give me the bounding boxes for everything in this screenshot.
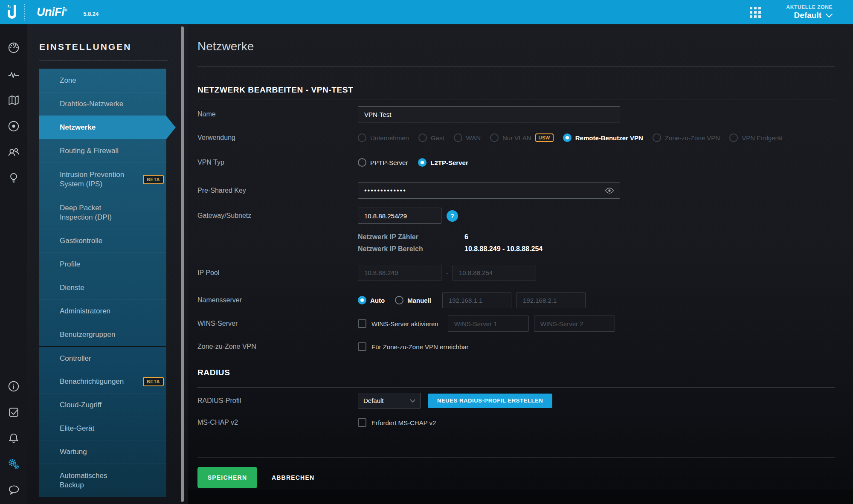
- zone-selector[interactable]: AKTUELLE ZONE Default: [786, 4, 833, 20]
- dns1-input[interactable]: [442, 292, 511, 308]
- radio-icon: [490, 133, 499, 142]
- beta-badge: BETA: [143, 174, 164, 184]
- purpose-option-wan[interactable]: WAN: [454, 133, 481, 142]
- page-title: Netzwerke: [197, 40, 835, 53]
- ubiquiti-logo[interactable]: [0, 0, 24, 24]
- radio-icon: [653, 133, 661, 142]
- insights-icon[interactable]: [7, 171, 20, 184]
- sidebar-item-dienste[interactable]: Dienste: [39, 276, 166, 299]
- sidebar-item-gastkontrolle[interactable]: Gastkontrolle: [39, 229, 166, 252]
- nameserver-auto-radio[interactable]: Auto: [358, 296, 385, 304]
- ip-range-value: 10.8.88.249 - 10.8.88.254: [464, 245, 543, 253]
- zone-label: AKTUELLE ZONE: [786, 4, 833, 10]
- sidebar-item-dpi[interactable]: Deep Packet Inspection (DPI): [39, 196, 166, 229]
- purpose-label: Verwendung: [197, 134, 348, 142]
- chevron-down-icon: [826, 14, 833, 17]
- sidebar-item-elite-geraet[interactable]: Elite-Gerät: [39, 417, 166, 440]
- dns2-input[interactable]: [516, 292, 586, 308]
- clients-icon[interactable]: [7, 146, 20, 159]
- sidebar-item-zone[interactable]: Zone: [39, 69, 166, 92]
- help-icon[interactable]: ?: [447, 210, 458, 222]
- vpn-type-option-l2tp[interactable]: L2TP-Server: [418, 158, 468, 167]
- sidebar-item-wartung[interactable]: Wartung: [39, 440, 166, 463]
- purpose-option-unternehmen[interactable]: Unternehmen: [358, 133, 409, 142]
- name-label: Name: [197, 110, 358, 118]
- radio-icon: [418, 158, 426, 167]
- wins-checkbox-label: WINS-Server aktivieren: [371, 320, 438, 327]
- radio-icon: [563, 133, 572, 142]
- chat-icon[interactable]: [7, 484, 20, 496]
- show-password-eye-icon[interactable]: [605, 187, 614, 194]
- icon-rail: [0, 24, 27, 504]
- mschap-checkbox-label: Erfordert MS-CHAP v2: [371, 419, 436, 426]
- ip-pool-label: IP Pool: [197, 269, 358, 277]
- nameserver-manual-radio[interactable]: Manuell: [395, 296, 431, 304]
- apps-grid-icon[interactable]: [750, 7, 761, 18]
- sidebar-item-ips[interactable]: Intrusion Prevention System (IPS) BETA: [39, 162, 166, 196]
- gateway-label: Gateway/Subnetz: [197, 212, 358, 220]
- ip-count-label: Netzwerk IP Zähler: [358, 233, 464, 241]
- sidebar-item-profile[interactable]: Profile: [39, 252, 166, 276]
- wins-label: WINS-Server: [197, 320, 353, 327]
- save-button[interactable]: SPEICHERN: [197, 467, 257, 488]
- sidebar-item-cloud-zugriff[interactable]: Cloud-Zugriff: [39, 393, 166, 417]
- radius-section-title: RADIUS: [197, 368, 230, 377]
- zone-vpn-checkbox[interactable]: [358, 342, 366, 351]
- radius-profile-label: RADIUS-Profil: [197, 397, 358, 405]
- devices-icon[interactable]: [7, 120, 20, 133]
- chevron-down-icon: [410, 399, 415, 403]
- pre-shared-key-input[interactable]: [358, 182, 620, 199]
- gateway-subnet-input[interactable]: [358, 208, 441, 224]
- radio-icon: [454, 133, 462, 142]
- main-content: Netzwerke NETZWERK BEARBEITEN - VPN-TEST…: [188, 24, 853, 490]
- wins-enable-checkbox[interactable]: [358, 319, 366, 328]
- usw-badge: USW: [535, 133, 554, 142]
- map-icon[interactable]: [7, 94, 20, 107]
- sidebar-item-automatisches-backup[interactable]: Automatisches Backup: [39, 463, 166, 497]
- cancel-button[interactable]: ABBRECHEN: [272, 474, 314, 481]
- statistics-icon[interactable]: [7, 69, 20, 81]
- unifi-wordmark: UniFi®: [37, 6, 67, 19]
- ip-pool-to-input[interactable]: [453, 265, 536, 281]
- network-name-input[interactable]: [358, 106, 620, 122]
- vpn-type-label: VPN Typ: [197, 159, 348, 166]
- controller-version: 5.8.24: [83, 11, 99, 17]
- zone-vpn-label: Zone-zu-Zone VPN: [197, 343, 353, 350]
- purpose-option-nur-vlan[interactable]: Nur VLANUSW: [490, 133, 554, 142]
- sidebar-item-benutzergruppen[interactable]: Benutzergruppen: [39, 323, 166, 346]
- create-radius-profile-button[interactable]: NEUES RADIUS-PROFIL ERSTELLEN: [428, 394, 552, 408]
- sidebar-scrollbar[interactable]: [181, 26, 184, 502]
- sidebar-item-administratoren[interactable]: Administratoren: [39, 299, 166, 323]
- radio-icon: [729, 133, 738, 142]
- mschap-checkbox[interactable]: [358, 418, 366, 427]
- sidebar-item-routing-firewall[interactable]: Routing & Firewall: [39, 139, 166, 162]
- radius-profile-select[interactable]: Default: [358, 393, 421, 408]
- settings-gear-icon[interactable]: [7, 458, 20, 470]
- checklist-icon[interactable]: [7, 406, 20, 419]
- purpose-option-gast[interactable]: Gast: [418, 133, 444, 142]
- alerts-bell-icon[interactable]: [7, 432, 20, 445]
- radio-icon: [358, 133, 366, 142]
- psk-label: Pre-Shared Key: [197, 187, 358, 194]
- sidebar-item-drahtlos-netzwerke[interactable]: Drahtlos-Netzwerke: [39, 92, 166, 116]
- wins-server2-input[interactable]: [534, 316, 615, 332]
- zone-vpn-checkbox-label: Für Zone-zu-Zone VPN erreichbar: [371, 343, 469, 350]
- radio-icon: [418, 133, 427, 142]
- wins-server1-input[interactable]: [448, 316, 529, 332]
- purpose-option-vpn-endgeraet[interactable]: VPN Endgerät: [729, 133, 783, 142]
- ip-range-label: Netzwerk IP Bereich: [358, 245, 464, 253]
- sidebar-item-controller[interactable]: Controller: [39, 346, 166, 370]
- sidebar-item-netzwerke[interactable]: Netzwerke: [39, 116, 166, 139]
- settings-title: EINSTELLUNGEN: [39, 42, 131, 52]
- ip-pool-from-input[interactable]: [358, 265, 441, 281]
- dashboard-icon[interactable]: [7, 41, 20, 54]
- nameserver-label: Namensserver: [197, 296, 348, 304]
- purpose-option-zone-zu-zone-vpn[interactable]: Zone-zu-Zone VPN: [653, 133, 720, 142]
- radio-icon: [358, 296, 366, 304]
- info-icon[interactable]: [7, 380, 20, 393]
- sidebar-item-benachrichtigungen[interactable]: Benachrichtigungen BETA: [39, 370, 166, 393]
- beta-badge: BETA: [143, 377, 164, 386]
- purpose-option-remote-benutzer-vpn[interactable]: Remote-Benutzer VPN: [563, 133, 643, 142]
- vpn-type-option-pptp[interactable]: PPTP-Server: [358, 158, 408, 167]
- settings-menu: Zone Drahtlos-Netzwerke Netzwerke Routin…: [39, 69, 166, 497]
